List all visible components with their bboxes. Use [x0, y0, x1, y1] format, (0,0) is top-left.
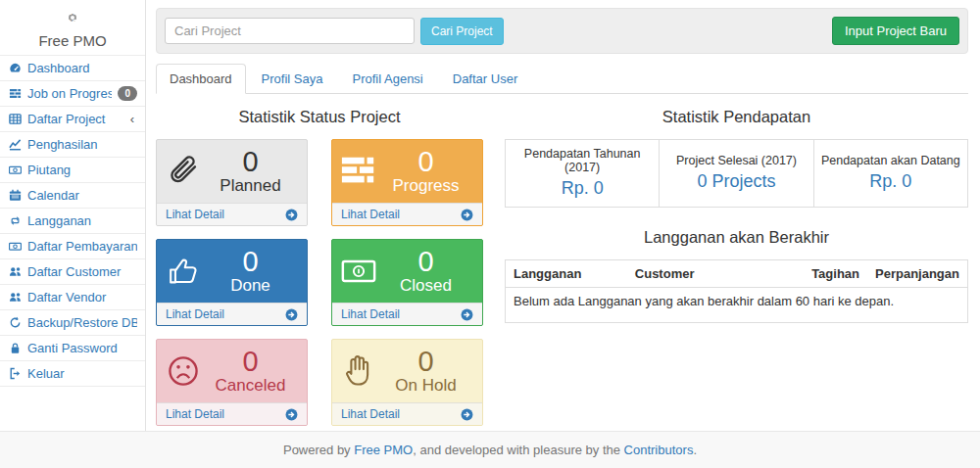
logo-line2: LOGO — [59, 18, 87, 28]
money-icon — [340, 253, 379, 290]
sidebar-item-job-on-progress[interactable]: Job on Progress 0 — [0, 81, 145, 107]
sidebar-item-label: Langganan — [27, 213, 137, 228]
sidebar-item-label: Daftar Project — [27, 112, 124, 126]
arrow-circle-right-icon — [461, 308, 473, 321]
status-card-closed: 0 Closed Lihat Detail — [331, 239, 483, 326]
sidebar-menu: Dashboard Job on Progress 0 Daftar Proje… — [0, 55, 145, 387]
hand-icon — [340, 352, 379, 390]
app-footer: Powered by Free PMO, and developed with … — [0, 431, 980, 468]
tasks-icon — [340, 153, 379, 190]
arrow-circle-right-icon — [285, 408, 298, 421]
tab-dashboard[interactable]: Dashboard — [156, 64, 246, 94]
status-card-done: 0 Done Lihat Detail — [156, 239, 308, 326]
column-header: Perpanjangan — [867, 260, 967, 288]
sidebar-item-label: Dashboard — [27, 61, 137, 75]
main-content: Cari Project Input Project Baru Dashboar… — [146, 0, 980, 431]
sidebar-item-daftar-vendor[interactable]: Daftar Vendor — [0, 285, 145, 310]
on-hold-detail-link[interactable]: Lihat Detail — [341, 407, 400, 421]
progress-label: Progress — [379, 176, 472, 196]
sidebar-item-label: Backup/Restore DB — [27, 315, 137, 330]
sidebar-item-label: Calendar — [27, 188, 137, 203]
users-icon — [9, 265, 22, 278]
stat-label: Pendapatan Tahunan (2017) — [510, 147, 655, 174]
subscription-section-title: Langganan akan Berakhir — [505, 228, 968, 247]
arrow-circle-right-icon — [461, 209, 473, 221]
subscription-empty-row: Belum ada Langganan yang akan berakhir d… — [506, 288, 968, 323]
money-icon — [9, 240, 22, 253]
stat-cell: Pendapatan Tahunan (2017) Rp. 0 — [506, 140, 660, 208]
sidebar-item-daftar-customer[interactable]: Daftar Customer — [0, 259, 145, 285]
stat-label: Project Selesai (2017) — [663, 154, 808, 167]
free-pmo-link[interactable]: Free PMO — [354, 443, 413, 457]
stat-cell: Pendapatan akan Datang Rp. 0 — [813, 140, 967, 208]
yearly-income-link[interactable]: Rp. 0 — [562, 178, 604, 199]
done-detail-link[interactable]: Lihat Detail — [166, 307, 224, 321]
line-chart-icon — [9, 138, 22, 151]
sidebar-item-dashboard[interactable]: Dashboard — [0, 56, 145, 81]
finished-projects-link[interactable]: 0 Projects — [697, 171, 775, 192]
subscription-table: Langganan Customer Tagihan Perpanjangan … — [505, 259, 968, 323]
column-header: Customer — [627, 260, 804, 288]
refresh-icon — [9, 316, 22, 329]
sidebar-item-daftar-pembayaran[interactable]: Daftar Pembayaran — [0, 234, 145, 259]
arrow-circle-right-icon — [461, 408, 473, 421]
tab-bar: Dashboard Profil Saya Profil Agensi Daft… — [156, 64, 968, 94]
sidebar-item-label: Keluar — [27, 366, 137, 381]
sidebar-item-penghasilan[interactable]: Penghasilan — [0, 132, 145, 158]
page: NO LOGO Free PMO Dashboard Job on Progre… — [0, 0, 980, 431]
status-cards: 0 Planned Lihat Detail — [156, 139, 483, 426]
column-header: Tagihan — [804, 260, 867, 288]
planned-detail-link[interactable]: Lihat Detail — [166, 208, 224, 221]
sidebar-item-label: Daftar Vendor — [27, 290, 137, 304]
sidebar-item-piutang[interactable]: Piutang — [0, 158, 145, 183]
planned-count: 0 — [204, 147, 297, 176]
sidebar-item-label: Penghasilan — [27, 137, 137, 152]
upcoming-income-link[interactable]: Rp. 0 — [869, 171, 911, 192]
arrow-circle-right-icon — [285, 209, 298, 221]
sidebar-item-label: Job on Progress — [27, 86, 112, 101]
thumbs-up-icon — [165, 253, 204, 290]
sidebar-item-label: Daftar Customer — [27, 264, 137, 279]
on-hold-label: On Hold — [379, 376, 472, 396]
status-card-progress: 0 Progress Lihat Detail — [331, 139, 483, 226]
brand-name: Free PMO — [0, 32, 145, 49]
closed-detail-link[interactable]: Lihat Detail — [341, 307, 400, 321]
subscription-header-row: Langganan Customer Tagihan Perpanjangan — [506, 260, 968, 288]
sidebar-item-ganti-password[interactable]: Ganti Password — [0, 336, 145, 361]
sidebar-item-daftar-project[interactable]: Daftar Project ‹ — [0, 107, 145, 132]
contributors-link[interactable]: Contributors — [624, 443, 694, 457]
on-hold-count: 0 — [379, 347, 472, 376]
sidebar-item-backup-restore-db[interactable]: Backup/Restore DB — [0, 310, 145, 336]
dashboard-panel: Statistik Status Project 0 Planned — [156, 98, 968, 426]
search-project-input[interactable] — [165, 18, 415, 44]
status-card-planned: 0 Planned Lihat Detail — [156, 139, 308, 226]
frown-icon — [165, 352, 204, 390]
tab-profil-agensi[interactable]: Profil Agensi — [338, 64, 436, 94]
tasks-icon — [9, 87, 22, 100]
canceled-label: Canceled — [204, 376, 297, 396]
arrow-circle-right-icon — [285, 308, 298, 321]
progress-count: 0 — [379, 147, 472, 176]
logo-line1: NO — [66, 7, 80, 18]
progress-detail-link[interactable]: Lihat Detail — [341, 208, 400, 221]
sidebar-item-calendar[interactable]: Calendar — [0, 183, 145, 209]
footer-text: Powered by Free PMO, and developed with … — [283, 443, 697, 457]
money-icon — [9, 164, 22, 176]
tab-profil-saya[interactable]: Profil Saya — [248, 64, 337, 94]
logo-area: NO LOGO Free PMO — [0, 0, 145, 49]
new-project-button[interactable]: Input Project Baru — [832, 17, 959, 45]
done-label: Done — [204, 276, 297, 296]
sidebar-item-langganan[interactable]: Langganan — [0, 209, 145, 234]
lock-icon — [9, 342, 22, 354]
chevron-left-icon: ‹ — [130, 112, 137, 126]
status-card-canceled: 0 Canceled Lihat Detail — [156, 339, 308, 426]
search-project-button[interactable]: Cari Project — [420, 18, 504, 45]
stat-cell: Project Selesai (2017) 0 Projects — [660, 140, 813, 208]
done-count: 0 — [204, 247, 297, 276]
sidebar-item-keluar[interactable]: Keluar — [0, 361, 145, 387]
canceled-detail-link[interactable]: Lihat Detail — [166, 407, 224, 421]
tab-daftar-user[interactable]: Daftar User — [439, 64, 531, 94]
stat-label: Pendapatan akan Datang — [818, 154, 963, 167]
column-header: Langganan — [506, 260, 627, 288]
sidebar-item-label: Ganti Password — [27, 341, 137, 355]
